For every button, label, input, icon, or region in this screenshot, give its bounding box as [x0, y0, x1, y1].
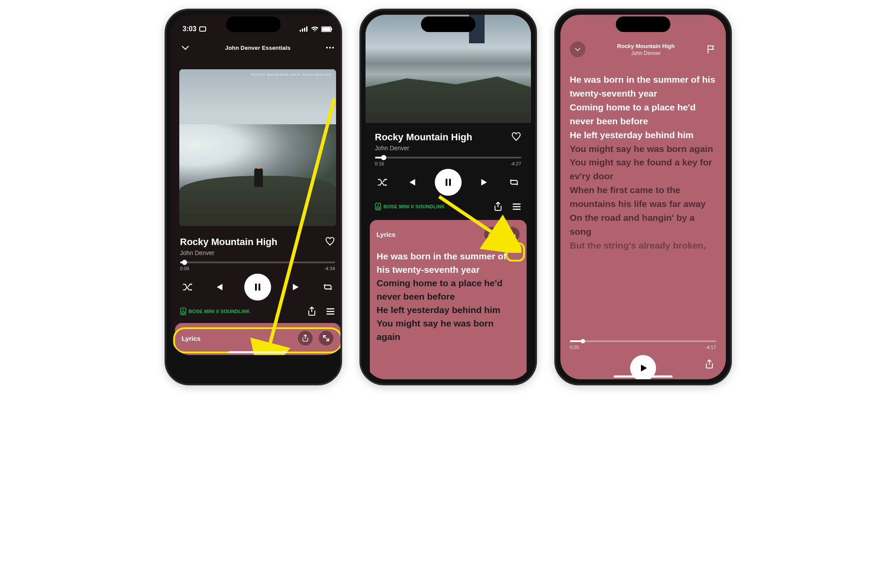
- lyrics-expand-button[interactable]: [505, 227, 520, 242]
- next-button[interactable]: [479, 177, 491, 188]
- time-elapsed: 0:25: [570, 345, 579, 350]
- wifi-icon: [311, 26, 319, 32]
- time-elapsed: 0:09: [180, 266, 189, 271]
- svg-point-8: [326, 47, 328, 48]
- svg-rect-25: [513, 204, 521, 205]
- previous-button[interactable]: [406, 177, 417, 188]
- lyric-line[interactable]: When he first came to the mountains his …: [570, 183, 716, 211]
- track-artist: John Denver: [617, 50, 675, 56]
- album-art: ROCKY MOUNTAIN HIGH JOHN DENVER: [179, 69, 336, 226]
- next-button[interactable]: [291, 281, 302, 293]
- screen-lyrics-fullscreen: Rocky Mountain High John Denver He was b…: [560, 15, 726, 379]
- lyrics-body[interactable]: He was born in the summer of his twenty-…: [560, 60, 726, 339]
- lyrics-preview-strip[interactable]: Lyrics: [175, 323, 340, 355]
- svg-point-10: [332, 47, 334, 48]
- lyric-line[interactable]: He was born in the summer of his twenty-…: [570, 73, 716, 100]
- like-button[interactable]: [511, 132, 521, 142]
- lyric-line[interactable]: Coming home to a place he'd never been b…: [570, 100, 716, 128]
- shuffle-button[interactable]: [182, 281, 193, 293]
- lyrics-label: Lyrics: [182, 335, 201, 342]
- lyric-line[interactable]: But the string's already broken,: [570, 239, 716, 252]
- context-title: John Denver Essentials: [225, 45, 291, 51]
- svg-rect-0: [200, 27, 206, 31]
- report-flag-button[interactable]: [706, 45, 716, 54]
- connect-device[interactable]: BOSE MINI II SOUNDLINK: [180, 307, 250, 315]
- like-button[interactable]: [325, 236, 335, 247]
- chevron-down-icon[interactable]: [180, 42, 191, 53]
- device-name: BOSE MINI II SOUNDLINK: [384, 204, 445, 209]
- seek-bar[interactable]: [570, 340, 716, 342]
- phone-frame-2: Rocky Mountain High John Denver 0:16 -4:…: [359, 9, 537, 385]
- svg-rect-12: [259, 284, 260, 291]
- svg-rect-4: [306, 26, 307, 32]
- svg-rect-2: [302, 29, 303, 32]
- track-title: Rocky Mountain High: [617, 43, 675, 49]
- svg-rect-21: [449, 179, 451, 186]
- close-lyrics-button[interactable]: [570, 42, 585, 57]
- svg-point-14: [182, 309, 184, 310]
- share-icon: [488, 230, 495, 238]
- lyrics-expand-button[interactable]: [319, 331, 333, 346]
- screen-now-playing: 3:03 John Denver Essentials ROCKY MOUNTA…: [171, 15, 342, 355]
- time-remaining: -4:27: [510, 161, 521, 166]
- repeat-button[interactable]: [322, 281, 333, 293]
- svg-rect-18: [327, 313, 334, 315]
- expand-icon: [509, 231, 516, 238]
- lyrics-share-button[interactable]: [484, 227, 499, 242]
- phone-frame-3: Rocky Mountain High John Denver He was b…: [554, 9, 732, 385]
- lyrics-lines: He was born in the summer of his twenty-…: [377, 249, 520, 344]
- lyrics-share-button[interactable]: [298, 331, 313, 346]
- shuffle-button[interactable]: [377, 177, 388, 188]
- screen-now-playing-scrolled: Rocky Mountain High John Denver 0:16 -4:…: [366, 15, 531, 379]
- svg-rect-16: [327, 308, 334, 310]
- seek-bar[interactable]: [375, 157, 521, 158]
- svg-rect-7: [331, 28, 332, 30]
- lyric-line[interactable]: You might say he was born again: [377, 317, 520, 343]
- track-artist[interactable]: John Denver: [375, 145, 472, 152]
- lyric-line[interactable]: He left yesterday behind him: [570, 128, 716, 142]
- track-artist[interactable]: John Denver: [180, 249, 278, 256]
- lyrics-card[interactable]: Lyrics He was born in the summer of his …: [370, 220, 527, 379]
- cellular-icon: [300, 26, 308, 32]
- lyric-line[interactable]: He was born in the summer of his twenty-…: [377, 249, 520, 276]
- home-indicator[interactable]: [228, 351, 287, 353]
- home-indicator[interactable]: [614, 375, 673, 378]
- lyric-line[interactable]: He left yesterday behind him: [377, 303, 520, 317]
- share-button[interactable]: [494, 202, 502, 211]
- pause-icon: [443, 177, 453, 187]
- svg-rect-6: [322, 27, 330, 31]
- svg-rect-17: [327, 311, 334, 312]
- dynamic-island: [421, 16, 475, 32]
- svg-rect-3: [304, 28, 305, 32]
- time-remaining: -4:17: [705, 345, 716, 350]
- svg-rect-11: [255, 284, 257, 291]
- queue-button[interactable]: [326, 307, 335, 316]
- queue-button[interactable]: [512, 202, 521, 211]
- svg-point-15: [182, 311, 184, 314]
- svg-rect-27: [513, 209, 521, 210]
- pause-button[interactable]: [435, 169, 462, 196]
- pause-button[interactable]: [244, 274, 271, 300]
- previous-button[interactable]: [213, 281, 224, 293]
- lyric-line[interactable]: On the road and hangin' by a song: [570, 211, 716, 239]
- device-name: BOSE MINI II SOUNDLINK: [189, 309, 250, 314]
- track-title: Rocky Mountain High: [180, 236, 278, 248]
- connect-device[interactable]: BOSE MINI II SOUNDLINK: [375, 203, 445, 210]
- time-elapsed: 0:16: [375, 161, 384, 166]
- svg-point-24: [377, 207, 379, 209]
- seek-bar[interactable]: [180, 262, 335, 263]
- play-icon: [638, 363, 648, 373]
- lyric-line[interactable]: Coming home to a place he'd never been b…: [377, 276, 520, 303]
- share-button[interactable]: [307, 307, 316, 316]
- speaker-icon: [375, 203, 381, 210]
- svg-point-23: [377, 204, 378, 206]
- lyric-line[interactable]: You might say he was born again: [570, 142, 716, 156]
- svg-rect-20: [446, 179, 447, 186]
- more-icon[interactable]: [325, 43, 335, 52]
- lyric-line[interactable]: You might say he found a key for ev'ry d…: [570, 155, 716, 183]
- screen-record-icon: [199, 26, 207, 32]
- battery-icon: [321, 26, 333, 32]
- repeat-button[interactable]: [508, 177, 520, 188]
- lyrics-share-button[interactable]: [705, 359, 714, 369]
- lyrics-label: Lyrics: [377, 231, 396, 238]
